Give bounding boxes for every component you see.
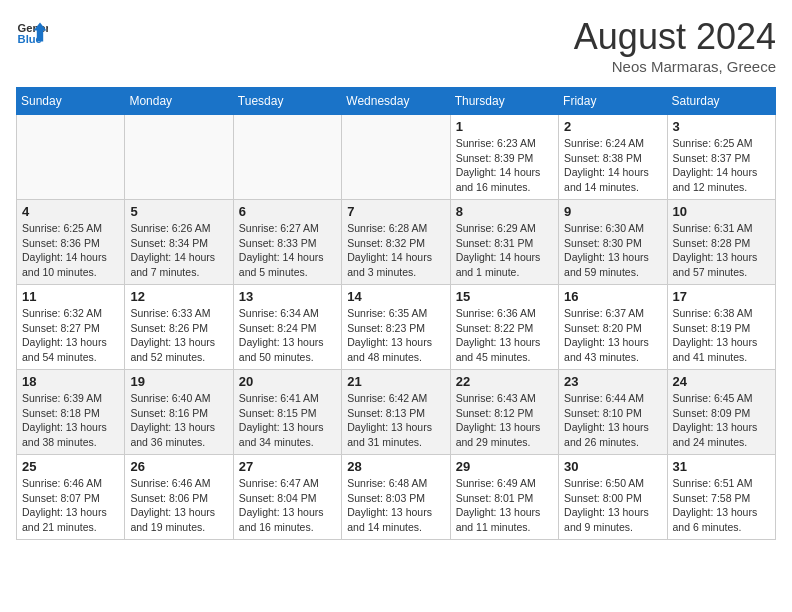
day-info: Sunrise: 6:37 AMSunset: 8:20 PMDaylight:… — [564, 306, 661, 365]
week-row: 11Sunrise: 6:32 AMSunset: 8:27 PMDayligh… — [17, 285, 776, 370]
day-number: 6 — [239, 204, 336, 219]
day-info: Sunrise: 6:32 AMSunset: 8:27 PMDaylight:… — [22, 306, 119, 365]
week-row: 4Sunrise: 6:25 AMSunset: 8:36 PMDaylight… — [17, 200, 776, 285]
day-info: Sunrise: 6:39 AMSunset: 8:18 PMDaylight:… — [22, 391, 119, 450]
calendar-cell: 29Sunrise: 6:49 AMSunset: 8:01 PMDayligh… — [450, 455, 558, 540]
day-number: 26 — [130, 459, 227, 474]
day-number: 12 — [130, 289, 227, 304]
calendar-cell: 7Sunrise: 6:28 AMSunset: 8:32 PMDaylight… — [342, 200, 450, 285]
calendar-cell: 28Sunrise: 6:48 AMSunset: 8:03 PMDayligh… — [342, 455, 450, 540]
day-number: 29 — [456, 459, 553, 474]
calendar-cell: 9Sunrise: 6:30 AMSunset: 8:30 PMDaylight… — [559, 200, 667, 285]
day-number: 20 — [239, 374, 336, 389]
day-number: 30 — [564, 459, 661, 474]
calendar-cell — [233, 115, 341, 200]
day-number: 3 — [673, 119, 770, 134]
col-header-friday: Friday — [559, 88, 667, 115]
day-info: Sunrise: 6:30 AMSunset: 8:30 PMDaylight:… — [564, 221, 661, 280]
day-info: Sunrise: 6:27 AMSunset: 8:33 PMDaylight:… — [239, 221, 336, 280]
day-info: Sunrise: 6:34 AMSunset: 8:24 PMDaylight:… — [239, 306, 336, 365]
day-number: 16 — [564, 289, 661, 304]
day-info: Sunrise: 6:24 AMSunset: 8:38 PMDaylight:… — [564, 136, 661, 195]
day-info: Sunrise: 6:25 AMSunset: 8:37 PMDaylight:… — [673, 136, 770, 195]
day-number: 8 — [456, 204, 553, 219]
day-info: Sunrise: 6:38 AMSunset: 8:19 PMDaylight:… — [673, 306, 770, 365]
day-info: Sunrise: 6:48 AMSunset: 8:03 PMDaylight:… — [347, 476, 444, 535]
day-number: 31 — [673, 459, 770, 474]
day-info: Sunrise: 6:35 AMSunset: 8:23 PMDaylight:… — [347, 306, 444, 365]
page-header: General Blue August 2024 Neos Marmaras, … — [16, 16, 776, 75]
calendar-cell: 30Sunrise: 6:50 AMSunset: 8:00 PMDayligh… — [559, 455, 667, 540]
day-number: 2 — [564, 119, 661, 134]
day-info: Sunrise: 6:44 AMSunset: 8:10 PMDaylight:… — [564, 391, 661, 450]
day-info: Sunrise: 6:46 AMSunset: 8:07 PMDaylight:… — [22, 476, 119, 535]
day-info: Sunrise: 6:47 AMSunset: 8:04 PMDaylight:… — [239, 476, 336, 535]
calendar-cell — [342, 115, 450, 200]
calendar-cell: 26Sunrise: 6:46 AMSunset: 8:06 PMDayligh… — [125, 455, 233, 540]
day-info: Sunrise: 6:28 AMSunset: 8:32 PMDaylight:… — [347, 221, 444, 280]
month-year: August 2024 — [574, 16, 776, 58]
day-info: Sunrise: 6:45 AMSunset: 8:09 PMDaylight:… — [673, 391, 770, 450]
col-header-saturday: Saturday — [667, 88, 775, 115]
day-number: 7 — [347, 204, 444, 219]
col-header-thursday: Thursday — [450, 88, 558, 115]
calendar-cell: 27Sunrise: 6:47 AMSunset: 8:04 PMDayligh… — [233, 455, 341, 540]
day-number: 15 — [456, 289, 553, 304]
day-info: Sunrise: 6:23 AMSunset: 8:39 PMDaylight:… — [456, 136, 553, 195]
day-info: Sunrise: 6:33 AMSunset: 8:26 PMDaylight:… — [130, 306, 227, 365]
logo: General Blue — [16, 16, 48, 48]
day-number: 4 — [22, 204, 119, 219]
day-info: Sunrise: 6:36 AMSunset: 8:22 PMDaylight:… — [456, 306, 553, 365]
days-header-row: SundayMondayTuesdayWednesdayThursdayFrid… — [17, 88, 776, 115]
calendar-cell: 11Sunrise: 6:32 AMSunset: 8:27 PMDayligh… — [17, 285, 125, 370]
day-info: Sunrise: 6:31 AMSunset: 8:28 PMDaylight:… — [673, 221, 770, 280]
calendar-cell: 10Sunrise: 6:31 AMSunset: 8:28 PMDayligh… — [667, 200, 775, 285]
day-info: Sunrise: 6:42 AMSunset: 8:13 PMDaylight:… — [347, 391, 444, 450]
day-info: Sunrise: 6:46 AMSunset: 8:06 PMDaylight:… — [130, 476, 227, 535]
day-number: 22 — [456, 374, 553, 389]
day-number: 11 — [22, 289, 119, 304]
day-number: 9 — [564, 204, 661, 219]
calendar-cell: 3Sunrise: 6:25 AMSunset: 8:37 PMDaylight… — [667, 115, 775, 200]
col-header-monday: Monday — [125, 88, 233, 115]
day-number: 1 — [456, 119, 553, 134]
calendar-cell: 15Sunrise: 6:36 AMSunset: 8:22 PMDayligh… — [450, 285, 558, 370]
day-info: Sunrise: 6:49 AMSunset: 8:01 PMDaylight:… — [456, 476, 553, 535]
week-row: 18Sunrise: 6:39 AMSunset: 8:18 PMDayligh… — [17, 370, 776, 455]
day-number: 25 — [22, 459, 119, 474]
col-header-tuesday: Tuesday — [233, 88, 341, 115]
calendar-cell — [17, 115, 125, 200]
calendar-cell: 5Sunrise: 6:26 AMSunset: 8:34 PMDaylight… — [125, 200, 233, 285]
title-block: August 2024 Neos Marmaras, Greece — [574, 16, 776, 75]
col-header-sunday: Sunday — [17, 88, 125, 115]
logo-icon: General Blue — [16, 16, 48, 48]
calendar-cell: 31Sunrise: 6:51 AMSunset: 7:58 PMDayligh… — [667, 455, 775, 540]
calendar-cell: 12Sunrise: 6:33 AMSunset: 8:26 PMDayligh… — [125, 285, 233, 370]
day-number: 23 — [564, 374, 661, 389]
day-number: 19 — [130, 374, 227, 389]
day-info: Sunrise: 6:51 AMSunset: 7:58 PMDaylight:… — [673, 476, 770, 535]
calendar-cell: 13Sunrise: 6:34 AMSunset: 8:24 PMDayligh… — [233, 285, 341, 370]
location: Neos Marmaras, Greece — [574, 58, 776, 75]
calendar-cell: 17Sunrise: 6:38 AMSunset: 8:19 PMDayligh… — [667, 285, 775, 370]
calendar-cell: 1Sunrise: 6:23 AMSunset: 8:39 PMDaylight… — [450, 115, 558, 200]
day-number: 27 — [239, 459, 336, 474]
day-info: Sunrise: 6:41 AMSunset: 8:15 PMDaylight:… — [239, 391, 336, 450]
calendar-cell: 6Sunrise: 6:27 AMSunset: 8:33 PMDaylight… — [233, 200, 341, 285]
day-info: Sunrise: 6:25 AMSunset: 8:36 PMDaylight:… — [22, 221, 119, 280]
day-info: Sunrise: 6:50 AMSunset: 8:00 PMDaylight:… — [564, 476, 661, 535]
calendar-cell: 4Sunrise: 6:25 AMSunset: 8:36 PMDaylight… — [17, 200, 125, 285]
calendar-cell — [125, 115, 233, 200]
day-number: 14 — [347, 289, 444, 304]
calendar-cell: 16Sunrise: 6:37 AMSunset: 8:20 PMDayligh… — [559, 285, 667, 370]
day-number: 24 — [673, 374, 770, 389]
calendar-cell: 19Sunrise: 6:40 AMSunset: 8:16 PMDayligh… — [125, 370, 233, 455]
calendar-cell: 2Sunrise: 6:24 AMSunset: 8:38 PMDaylight… — [559, 115, 667, 200]
calendar-cell: 20Sunrise: 6:41 AMSunset: 8:15 PMDayligh… — [233, 370, 341, 455]
col-header-wednesday: Wednesday — [342, 88, 450, 115]
calendar-cell: 21Sunrise: 6:42 AMSunset: 8:13 PMDayligh… — [342, 370, 450, 455]
day-number: 21 — [347, 374, 444, 389]
day-info: Sunrise: 6:26 AMSunset: 8:34 PMDaylight:… — [130, 221, 227, 280]
day-info: Sunrise: 6:40 AMSunset: 8:16 PMDaylight:… — [130, 391, 227, 450]
calendar-cell: 22Sunrise: 6:43 AMSunset: 8:12 PMDayligh… — [450, 370, 558, 455]
